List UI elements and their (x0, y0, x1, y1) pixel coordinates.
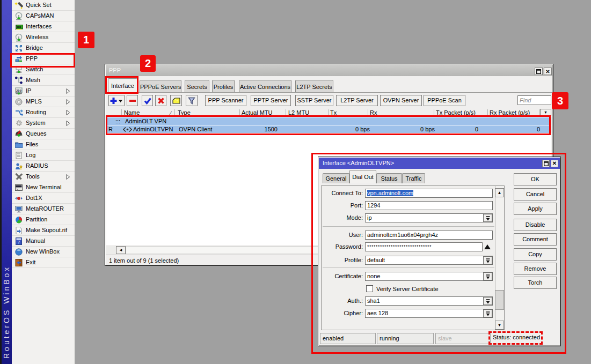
svg-text:?: ? (18, 240, 20, 245)
svg-text:255: 255 (16, 89, 22, 92)
svg-text:>_: >_ (16, 188, 20, 191)
